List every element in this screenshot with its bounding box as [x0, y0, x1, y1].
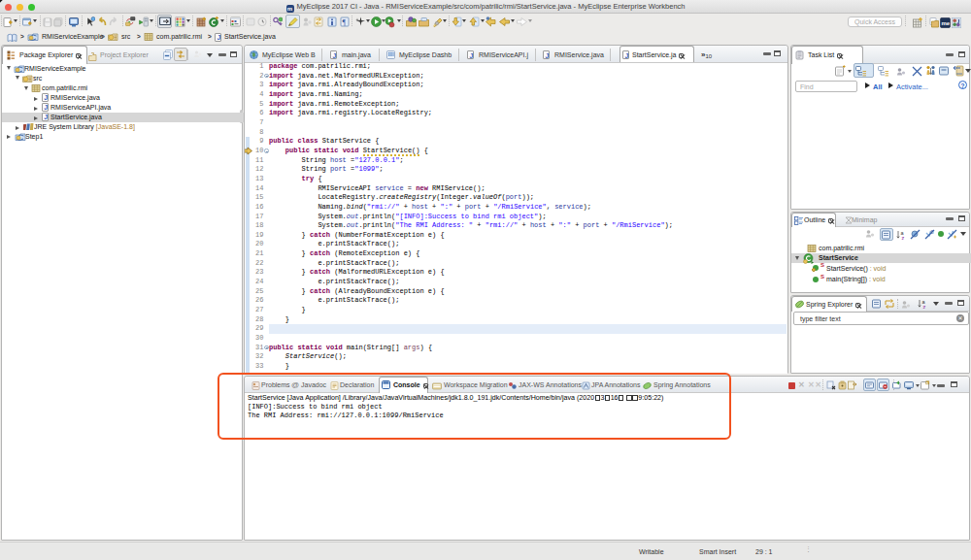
svg-text:¶: ¶: [343, 18, 347, 27]
svg-text:me: me: [942, 20, 951, 26]
svg-text:z: z: [923, 304, 926, 310]
svg-text:z: z: [902, 235, 905, 241]
